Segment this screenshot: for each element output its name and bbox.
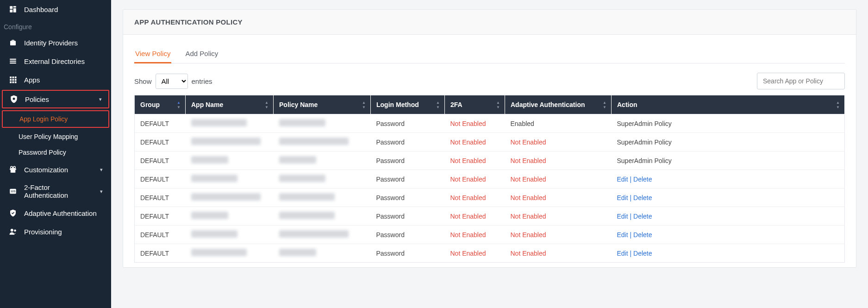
svg-point-20 — [11, 166, 13, 169]
svg-rect-3 — [10, 10, 12, 13]
redacted-text — [279, 212, 335, 219]
table-row: DEFAULTPasswordNot EnabledNot EnabledEdi… — [135, 189, 845, 207]
svg-rect-14 — [12, 82, 14, 83]
sidebar-item-adaptive-auth[interactable]: Adaptive Authentication — [0, 204, 111, 222]
cell-adaptive: Not Enabled — [505, 133, 612, 151]
cell-action: Edit | Delete — [612, 226, 845, 244]
cell-group: DEFAULT — [135, 151, 186, 170]
table-row: DEFAULTPasswordNot EnabledNot EnabledSup… — [135, 151, 845, 170]
col-group[interactable]: Group ▲▼ — [135, 95, 186, 114]
sidebar-item-dashboard[interactable]: Dashboard — [0, 0, 111, 19]
search-input[interactable] — [757, 73, 845, 89]
sidebar-item-label: Customization — [24, 166, 94, 174]
redacted-text — [279, 230, 349, 238]
sidebar-item-label: Apps — [24, 76, 103, 84]
edit-link[interactable]: Edit — [617, 176, 628, 183]
col-login-method[interactable]: Login Method ▲▼ — [371, 95, 445, 114]
svg-rect-2 — [13, 8, 16, 13]
redacted-text — [279, 119, 325, 126]
svg-point-16 — [13, 98, 15, 100]
sidebar-subitem-password-policy[interactable]: Password Policy — [0, 145, 111, 160]
cell-adaptive: Enabled — [505, 114, 612, 133]
col-action[interactable]: Action ▲▼ — [612, 95, 845, 114]
sidebar-item-apps[interactable]: Apps — [0, 70, 111, 89]
svg-rect-1 — [13, 6, 16, 7]
list-icon — [8, 57, 18, 66]
sidebar-item-2fa[interactable]: 123 2-Factor Authentication ▾ — [0, 179, 111, 204]
sidebar-item-policies[interactable]: Policies ▾ — [2, 90, 109, 108]
cell-login-method: Password — [371, 151, 445, 170]
cell-app-name — [186, 207, 274, 226]
cell-login-method: Password — [371, 207, 445, 226]
tab-view-policy[interactable]: View Policy — [134, 46, 171, 63]
svg-rect-15 — [15, 82, 17, 83]
delete-link[interactable]: Delete — [633, 213, 652, 220]
sidebar-item-label: 2-Factor Authentication — [24, 183, 94, 199]
cell-app-name — [186, 151, 274, 170]
sidebar-item-label: User Policy Mapping — [19, 133, 78, 140]
panel: APP AUTHENTICATION POLICY View Policy Ad… — [123, 9, 856, 268]
svg-rect-0 — [10, 6, 12, 9]
svg-rect-7 — [10, 76, 12, 78]
table-row: DEFAULTPasswordNot EnabledNot EnabledEdi… — [135, 170, 845, 189]
col-policy-name[interactable]: Policy Name ▲▼ — [274, 95, 371, 114]
sidebar-item-label: Policies — [25, 95, 93, 103]
cell-login-method: Password — [371, 189, 445, 207]
sort-icon: ▲▼ — [836, 101, 840, 109]
sidebar-subitem-app-login-policy[interactable]: App Login Policy — [2, 110, 109, 128]
redacted-text — [191, 230, 237, 238]
sort-icon: ▲▼ — [362, 101, 366, 109]
cell-group: DEFAULT — [135, 170, 186, 189]
edit-link[interactable]: Edit — [617, 194, 628, 201]
svg-rect-6 — [10, 63, 16, 63]
sidebar-item-label: Dashboard — [24, 6, 103, 13]
svg-rect-12 — [15, 79, 17, 81]
cell-2fa: Not Enabled — [445, 244, 505, 263]
cell-2fa: Not Enabled — [445, 114, 505, 133]
cell-app-name — [186, 189, 274, 207]
sidebar-item-identity-providers[interactable]: Identity Providers — [0, 33, 111, 52]
show-label: Show — [134, 77, 152, 85]
entries-label: entries — [192, 77, 212, 85]
col-2fa[interactable]: 2FA ▲▼ — [445, 95, 505, 114]
edit-link[interactable]: Edit — [617, 250, 628, 257]
redacted-text — [191, 138, 261, 145]
table-row: DEFAULTPasswordNot EnabledEnabledSuperAd… — [135, 114, 845, 133]
sidebar-subitem-user-policy-mapping[interactable]: User Policy Mapping — [0, 129, 111, 145]
col-app-name[interactable]: App Name ▲▼ — [186, 95, 274, 114]
svg-rect-4 — [10, 59, 16, 60]
svg-point-24 — [11, 229, 13, 232]
delete-link[interactable]: Delete — [633, 176, 652, 183]
col-adaptive-auth[interactable]: Adaptive Authentication ▲▼ — [505, 95, 612, 114]
sidebar-item-customization[interactable]: Customization ▾ — [0, 160, 111, 179]
redacted-text — [191, 119, 247, 126]
cell-policy-name — [274, 114, 371, 133]
redacted-text — [191, 249, 247, 256]
redacted-text — [191, 156, 228, 163]
svg-rect-5 — [10, 61, 16, 62]
cell-login-method: Password — [371, 114, 445, 133]
edit-link[interactable]: Edit — [617, 213, 628, 220]
cell-login-method: Password — [371, 226, 445, 244]
sidebar-section-configure: Configure — [0, 19, 111, 33]
cell-group: DEFAULT — [135, 133, 186, 151]
table-row: DEFAULTPasswordNot EnabledNot EnabledEdi… — [135, 207, 845, 226]
chevron-down-icon: ▾ — [100, 167, 103, 173]
cell-app-name — [186, 114, 274, 133]
delete-link[interactable]: Delete — [633, 231, 652, 239]
svg-rect-13 — [10, 82, 12, 83]
cell-2fa: Not Enabled — [445, 151, 505, 170]
sidebar-item-label: Provisioning — [24, 228, 103, 236]
delete-link[interactable]: Delete — [633, 194, 652, 201]
edit-link[interactable]: Edit — [617, 231, 628, 239]
sidebar-item-external-directories[interactable]: External Directories — [0, 52, 111, 70]
tabs: View Policy Add Policy — [134, 46, 845, 63]
sidebar-item-provisioning[interactable]: Provisioning — [0, 222, 111, 241]
cell-action: SuperAdmin Policy — [612, 133, 845, 151]
svg-text:123: 123 — [11, 190, 16, 193]
tab-add-policy[interactable]: Add Policy — [184, 46, 219, 63]
sidebar-item-label: Adaptive Authentication — [24, 209, 103, 217]
cell-action: SuperAdmin Policy — [612, 151, 845, 170]
delete-link[interactable]: Delete — [633, 250, 652, 257]
entries-select[interactable]: All — [156, 74, 188, 89]
